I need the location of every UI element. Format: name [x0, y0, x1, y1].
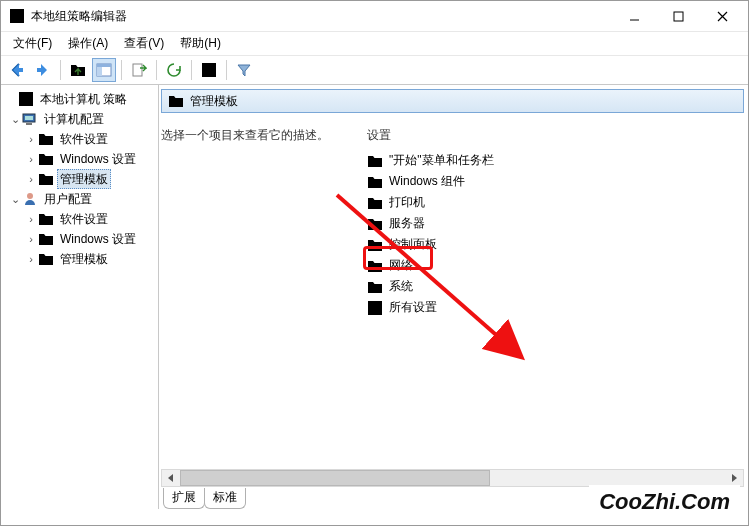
list-item-label: 所有设置 [389, 299, 437, 316]
up-button[interactable] [66, 58, 90, 82]
settings-icon [367, 300, 383, 316]
tree-label: 用户配置 [41, 190, 95, 208]
show-tree-button[interactable] [92, 58, 116, 82]
forward-button[interactable] [31, 58, 55, 82]
list-item-windows-components[interactable]: Windows 组件 [363, 171, 744, 192]
tree-item[interactable]: › 管理模板 [5, 249, 158, 269]
tree-label: 计算机配置 [41, 110, 107, 128]
list-item-label: 打印机 [389, 194, 425, 211]
list-item-printers[interactable]: 打印机 [363, 192, 744, 213]
menu-action[interactable]: 操作(A) [60, 32, 116, 55]
expand-icon[interactable]: › [25, 130, 37, 148]
folder-icon [367, 174, 383, 190]
expand-icon[interactable]: › [25, 170, 37, 188]
tree-pane[interactable]: ▶ 本地计算机 策略 ⌄ 计算机配置 › 软件设置 › Windows 设置 ›… [1, 85, 159, 509]
toolbar [1, 55, 748, 85]
maximize-button[interactable] [656, 2, 700, 30]
list-item-network[interactable]: 网络 [363, 255, 744, 276]
close-button[interactable] [700, 2, 744, 30]
properties-button[interactable] [197, 58, 221, 82]
folder-icon [38, 211, 54, 227]
list-header: 设置 [363, 127, 744, 150]
list-item-label: 控制面板 [389, 236, 437, 253]
expand-icon[interactable]: ⌄ [9, 190, 21, 208]
tree-item[interactable]: › 软件设置 [5, 209, 158, 229]
tab-standard[interactable]: 标准 [204, 488, 246, 509]
tree-item[interactable]: › Windows 设置 [5, 149, 158, 169]
menu-view[interactable]: 查看(V) [116, 32, 172, 55]
svg-point-11 [27, 193, 33, 199]
tree-item-admin-templates[interactable]: › 管理模板 [5, 169, 158, 189]
user-icon [22, 191, 38, 207]
description-hint: 选择一个项目来查看它的描述。 [161, 128, 329, 142]
expand-icon[interactable]: ⌄ [9, 110, 21, 128]
list-item-all-settings[interactable]: 所有设置 [363, 297, 744, 318]
watermark: CooZhi.Com [589, 485, 740, 519]
folder-icon [38, 171, 54, 187]
export-button[interactable] [127, 58, 151, 82]
menu-bar: 文件(F) 操作(A) 查看(V) 帮助(H) [1, 31, 748, 55]
breadcrumb-label: 管理模板 [190, 93, 238, 110]
folder-icon [367, 216, 383, 232]
folder-icon [168, 93, 184, 109]
list-item-label: 系统 [389, 278, 413, 295]
tree-item[interactable]: › Windows 设置 [5, 229, 158, 249]
tab-extended[interactable]: 扩展 [163, 488, 205, 509]
tree-label: 管理模板 [57, 250, 111, 268]
tree-user-config[interactable]: ⌄ 用户配置 [5, 189, 158, 209]
svg-rect-10 [26, 123, 32, 125]
policy-icon [18, 91, 34, 107]
folder-icon [367, 153, 383, 169]
folder-icon [38, 251, 54, 267]
tree-label: 管理模板 [57, 169, 111, 189]
description-column: 选择一个项目来查看它的描述。 [161, 119, 363, 469]
tree-computer-config[interactable]: ⌄ 计算机配置 [5, 109, 158, 129]
settings-list[interactable]: 设置 "开始"菜单和任务栏 Windows 组件 打印机 服务器 [363, 119, 744, 469]
back-button[interactable] [5, 58, 29, 82]
breadcrumb: 管理模板 [161, 89, 744, 113]
scroll-right-button[interactable] [725, 470, 743, 486]
expand-icon[interactable]: › [25, 230, 37, 248]
minimize-button[interactable] [612, 2, 656, 30]
expand-icon[interactable]: › [25, 250, 37, 268]
expand-icon[interactable]: › [25, 150, 37, 168]
tree-item[interactable]: › 软件设置 [5, 129, 158, 149]
tree-label: Windows 设置 [57, 230, 139, 248]
folder-icon [367, 237, 383, 253]
folder-icon [367, 195, 383, 211]
menu-file[interactable]: 文件(F) [5, 32, 60, 55]
tree-root[interactable]: ▶ 本地计算机 策略 [5, 89, 158, 109]
tree-label: 软件设置 [57, 210, 111, 228]
list-item-label: 网络 [389, 257, 413, 274]
tree-label: Windows 设置 [57, 150, 139, 168]
refresh-button[interactable] [162, 58, 186, 82]
tree-label: 本地计算机 策略 [37, 90, 130, 108]
folder-icon [367, 279, 383, 295]
svg-rect-3 [674, 12, 683, 21]
expand-icon[interactable]: › [25, 210, 37, 228]
computer-icon [22, 111, 38, 127]
scroll-left-button[interactable] [162, 470, 180, 486]
list-item-label: 服务器 [389, 215, 425, 232]
list-item-server[interactable]: 服务器 [363, 213, 744, 234]
tree-label: 软件设置 [57, 130, 111, 148]
window-title: 本地组策略编辑器 [31, 8, 612, 25]
list-item-label: "开始"菜单和任务栏 [389, 152, 494, 169]
list-item-control-panel[interactable]: 控制面板 [363, 234, 744, 255]
folder-icon [38, 151, 54, 167]
folder-icon [367, 258, 383, 274]
folder-icon [38, 231, 54, 247]
title-bar: 本地组策略编辑器 [1, 1, 748, 31]
svg-rect-9 [25, 116, 33, 120]
list-item-system[interactable]: 系统 [363, 276, 744, 297]
filter-button[interactable] [232, 58, 256, 82]
content-pane: 管理模板 选择一个项目来查看它的描述。 设置 "开始"菜单和任务栏 Window… [159, 85, 748, 509]
app-icon [9, 8, 25, 24]
folder-icon [38, 131, 54, 147]
scroll-thumb[interactable] [180, 470, 490, 486]
menu-help[interactable]: 帮助(H) [172, 32, 229, 55]
svg-rect-7 [133, 64, 142, 76]
svg-rect-6 [97, 64, 111, 67]
list-item-label: Windows 组件 [389, 173, 465, 190]
list-item-start-menu[interactable]: "开始"菜单和任务栏 [363, 150, 744, 171]
